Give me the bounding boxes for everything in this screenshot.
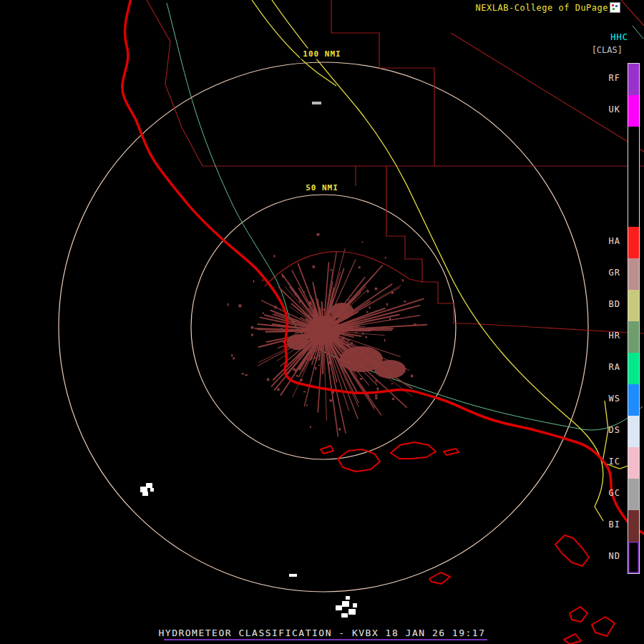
legend-seg-ra (628, 353, 639, 384)
clutter-speckle (251, 326, 254, 328)
legend-seg-gr (628, 258, 639, 290)
clutter-speckle (389, 318, 391, 321)
clutter-speckle (251, 333, 253, 336)
clutter-speckle (303, 391, 306, 393)
echo-blob (341, 613, 348, 618)
echo-blob (336, 605, 342, 610)
clutter-speckle (293, 321, 295, 323)
clutter-speckle (338, 428, 341, 431)
clutter-speckle (392, 398, 394, 400)
clutter-speckle (356, 356, 358, 357)
islands (321, 442, 615, 644)
clutter-speckle (330, 399, 333, 401)
clutter-speckle (263, 312, 264, 314)
county-border-path (621, 0, 644, 26)
product-mode-label: [CLAS] (592, 45, 623, 55)
clutter-speckle (245, 374, 248, 376)
clutter-speckle (311, 356, 313, 359)
clutter-speckle (386, 303, 388, 306)
clutter-speckle (411, 375, 413, 378)
legend-seg-nd (628, 542, 639, 573)
clutter-speckle (358, 266, 361, 268)
island-outline (338, 449, 380, 472)
clutter-speckle (318, 355, 320, 357)
clutter-speckle (302, 346, 304, 348)
clutter-speckle (384, 339, 386, 342)
highway-path (602, 401, 608, 462)
clutter-speckle (342, 337, 345, 340)
clutter-speckle (385, 257, 386, 258)
legend-seg-ws (628, 384, 639, 416)
clutter-speckle (231, 354, 233, 356)
clutter-speckle (281, 328, 283, 329)
clutter-speckle (319, 311, 321, 313)
echo-blob (346, 596, 350, 600)
clutter-speckle (311, 379, 312, 381)
county-border-path (331, 0, 434, 166)
clutter-speckle (315, 367, 316, 370)
gray-dash (312, 102, 321, 104)
clutter-speckle (274, 306, 277, 309)
clutter-speckle (348, 299, 350, 301)
clutter-speckle (228, 303, 229, 306)
clutter-speckle (343, 305, 345, 306)
clutter-speckle (317, 233, 320, 236)
clutter-speckle (313, 357, 316, 359)
clutter-speckle (341, 331, 343, 333)
clutter-speckle (241, 373, 244, 374)
echo-blob (142, 492, 148, 496)
county-border-path (386, 166, 644, 333)
clutter-speckle (404, 301, 406, 302)
legend-seg-ic (628, 447, 639, 479)
clutter-speckle (310, 426, 311, 428)
broken-image-icon (610, 2, 620, 13)
clutter-speckle (340, 365, 342, 366)
radar-map (0, 0, 644, 644)
clutter-speckle (295, 293, 297, 296)
clutter-starburst (228, 233, 427, 436)
footer-caption: HYDROMETEOR CLASSIFICATION - KVBX 18 JAN… (0, 628, 644, 638)
clutter-speckle (367, 290, 369, 293)
clutter-speckle (414, 323, 416, 325)
clutter-speckle (366, 348, 368, 351)
echo-blob (342, 601, 349, 607)
product-code-label: HHC (610, 32, 628, 42)
caption-underline (164, 639, 487, 640)
echo-blob (146, 483, 152, 488)
clutter-speckle (362, 361, 364, 363)
clutter-speckle (278, 389, 280, 391)
inner-ring-label: 50 NMI (303, 182, 341, 193)
radar-screen: NEXLAB-College of DuPage HHC [CLAS] 100 … (0, 0, 644, 644)
clutter-speckle (253, 280, 255, 283)
clutter-speckle (233, 357, 235, 359)
clutter-speckle (267, 379, 269, 381)
island-outline (444, 449, 459, 455)
island-outline (570, 607, 587, 622)
clutter-speckle (293, 369, 296, 371)
legend-seg-gc (628, 479, 639, 510)
clutter-speckle (323, 309, 326, 311)
highway-path (252, 0, 336, 86)
echo-blob (353, 603, 357, 608)
county-borders (147, 0, 644, 333)
clutter-speckle (313, 265, 315, 268)
clutter-speckle (299, 301, 301, 303)
echo-blob (289, 574, 297, 577)
clutter-speckle (375, 397, 377, 399)
clutter-speckle (362, 241, 364, 243)
coastline (122, 0, 644, 534)
rivers (167, 3, 643, 430)
clutter-speckle (306, 405, 308, 406)
clutter-speckle (331, 269, 332, 270)
clutter-speckle (351, 342, 353, 344)
island-outline (429, 572, 450, 584)
coastline-path (122, 0, 644, 534)
clutter-speckle (360, 378, 363, 379)
clutter-speckle (376, 380, 377, 383)
legend-seg-bd (628, 290, 639, 321)
river-path (167, 3, 288, 315)
clutter-speckle (239, 304, 242, 307)
clutter-speckle (347, 344, 349, 346)
clutter-speckle (273, 255, 275, 257)
clutter-speckle (369, 307, 371, 309)
